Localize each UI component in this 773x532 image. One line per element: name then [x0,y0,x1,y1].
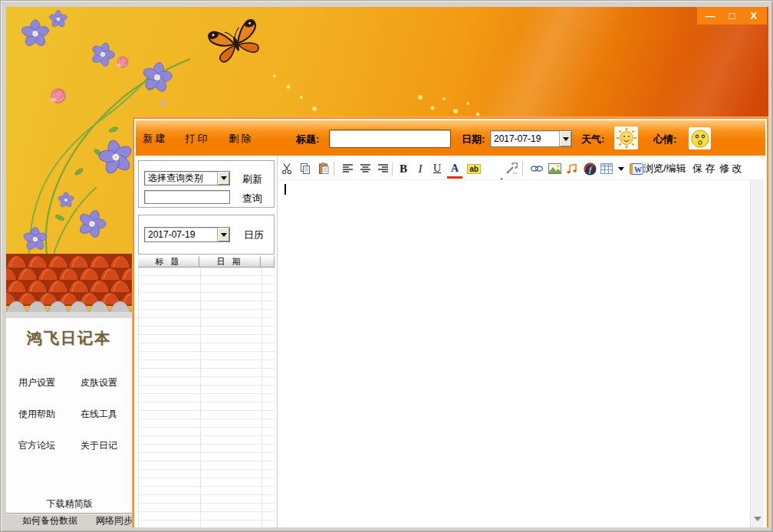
calendar-date-combobox[interactable]: 2017-07-19 [144,227,230,242]
insert-flash-button[interactable]: f [582,160,597,177]
flash-icon: f [584,163,597,176]
toolbar-separator [522,162,523,176]
sun-face-icon [616,127,637,149]
chevron-down-icon [563,137,569,141]
date-value: 2017-07-19 [491,133,559,144]
weather-picker[interactable] [614,126,638,149]
skin-background: — □ X 鸿飞日记本 [6,7,768,527]
align-right-button[interactable] [375,160,390,177]
sidebar-item-help[interactable]: 使用帮助 [18,408,55,421]
mood-label: 心情: [653,133,676,146]
diary-editor[interactable] [278,179,750,527]
print-button[interactable]: 打 印 [185,132,208,146]
sidebar-item-official-forum[interactable]: 官方论坛 [18,439,55,452]
calendar-date-dropdown-button[interactable] [217,228,229,241]
insert-table-button[interactable] [599,160,614,177]
word-import-button[interactable]: W [628,160,645,177]
align-center-button[interactable] [357,160,373,177]
column-header-title[interactable]: 标 题 [138,256,199,268]
browse-edit-toggle[interactable]: 浏览/编辑 [643,160,686,177]
date-combobox[interactable]: 2017-07-19 [490,130,572,147]
new-entry-button[interactable]: 新 建 [143,132,166,146]
column-divider [262,268,262,527]
roof-decoration [6,254,133,318]
status-link-backup-data[interactable]: 如何备份数据 [22,514,77,527]
status-bar: 如何备份数据 网络同步 [6,513,133,527]
modify-button[interactable]: 修 改 [719,160,742,177]
sidebar-item-skin-settings[interactable]: 皮肤设置 [81,376,117,389]
close-button[interactable]: X [745,8,762,24]
chevron-down-icon [221,233,227,237]
sidebar-item-download-lite[interactable]: 下载精简版 [6,498,133,511]
pane-divider [277,156,278,527]
column-divider [200,268,201,527]
query-button[interactable]: 查询 [242,192,262,205]
insert-music-button[interactable] [564,160,580,177]
app-title: 鸿飞日记本 [6,328,132,349]
align-left-button[interactable] [340,160,355,177]
minimize-button[interactable]: — [702,8,719,24]
surprised-face-icon [690,129,710,149]
date-dropdown-button[interactable] [559,131,571,146]
title-input[interactable] [329,130,451,148]
underline-button[interactable]: U [430,160,444,177]
align-left-icon [342,163,354,174]
copy-icon [299,163,311,175]
sidebar-item-about-diary[interactable]: 关于日记 [81,439,117,452]
date-label: 日期: [462,133,485,146]
toolbar-separator [334,162,334,176]
cut-button[interactable] [279,160,294,177]
font-color-button[interactable]: A [448,160,462,177]
image-icon [548,163,561,174]
calendar-group: 2017-07-19 日历 [138,215,275,255]
table-icon [600,163,613,174]
word-icon: W [630,163,643,175]
editor-scrollbar[interactable] [750,179,764,527]
status-link-network-sync[interactable]: 网络同步 [96,514,133,527]
chevron-down-icon [221,176,227,180]
weather-label: 天气: [581,133,604,146]
insert-image-button[interactable] [547,160,562,177]
paste-button[interactable] [316,160,331,177]
entry-list-header: 标 题 日 期 [138,256,275,268]
chevron-down-icon [618,167,624,171]
entry-list[interactable] [138,268,275,527]
main-panel: 新 建 打 印 删 除 标题: 日期: 2017-07-19 天气: [133,117,768,527]
svg-text:W: W [634,165,642,173]
hyperlink-icon [530,164,544,173]
table-dropdown-button[interactable] [616,160,627,177]
highlight-button[interactable]: ab [465,160,482,177]
window-controls: — □ X [697,7,767,25]
main-toolbar: 新 建 打 印 删 除 标题: 日期: 2017-07-19 天气: [136,120,765,156]
mood-picker[interactable] [689,127,711,149]
refresh-button[interactable]: 刷新 [242,172,262,186]
sidebar-item-user-settings[interactable]: 用户设置 [18,376,55,389]
query-group: 选择查询类别 刷新 查询 [138,160,275,208]
music-icon [566,163,578,175]
query-category-dropdown-button[interactable] [217,172,229,185]
column-header-spacer [261,256,275,268]
toolbar-separator [392,162,393,176]
align-right-icon [377,163,389,174]
column-header-date[interactable]: 日 期 [199,256,261,268]
paste-icon [317,163,330,175]
italic-button[interactable]: I [414,160,426,177]
tools-button[interactable] [504,160,519,177]
scroll-down-icon[interactable] [754,517,761,521]
sidebar-links: 用户设置 皮肤设置 使用帮助 在线工具 官方论坛 关于日记 下载精简版 官方网站 [6,358,133,452]
bold-button[interactable]: B [396,160,410,177]
app-window: — □ X 鸿飞日记本 [0,0,773,532]
save-button[interactable]: 保 存 [692,160,715,177]
query-category-combobox[interactable]: 选择查询类别 [144,171,230,186]
query-keyword-input[interactable] [144,190,230,204]
calendar-date-value: 2017-07-19 [145,229,217,240]
copy-button[interactable] [298,160,313,177]
sidebar: 鸿飞日记本 用户设置 皮肤设置 使用帮助 在线工具 官方论坛 关于日记 下载精简… [6,318,133,513]
tools-icon [505,163,518,175]
text-caret [285,184,286,195]
calendar-button[interactable]: 日历 [244,228,264,242]
delete-button[interactable]: 删 除 [229,132,252,146]
sidebar-item-online-tools[interactable]: 在线工具 [81,408,117,421]
maximize-button[interactable]: □ [724,8,741,24]
hyperlink-button[interactable] [528,160,545,177]
